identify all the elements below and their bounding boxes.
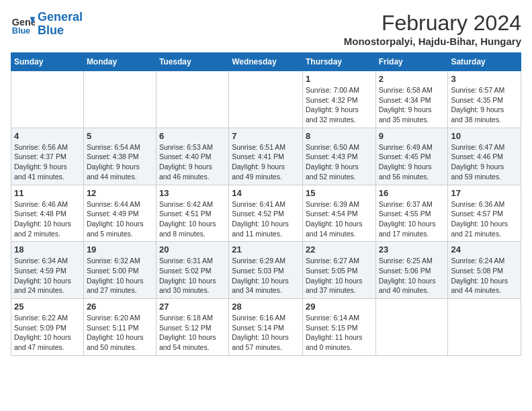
main-title: February 2024 (344, 11, 521, 36)
day-number: 7 (232, 131, 300, 141)
week-row-0: 1Sunrise: 7:00 AMSunset: 4:32 PMDaylight… (11, 71, 521, 128)
calendar-table: SundayMondayTuesdayWednesdayThursdayFrid… (11, 52, 521, 356)
day-info: Sunrise: 6:58 AMSunset: 4:34 PMDaylight:… (379, 85, 445, 125)
day-info: Sunrise: 6:27 AMSunset: 5:05 PMDaylight:… (306, 256, 373, 295)
day-number: 10 (451, 131, 518, 141)
day-info: Sunrise: 6:37 AMSunset: 4:55 PMDaylight:… (379, 199, 445, 239)
calendar-cell: 6Sunrise: 6:53 AMSunset: 4:40 PMDaylight… (156, 128, 228, 185)
day-info: Sunrise: 6:31 AMSunset: 5:02 PMDaylight:… (159, 256, 226, 295)
day-info: Sunrise: 6:53 AMSunset: 4:40 PMDaylight:… (159, 142, 226, 182)
day-number: 19 (87, 244, 153, 255)
day-info: Sunrise: 6:51 AMSunset: 4:41 PMDaylight:… (232, 142, 300, 182)
day-info: Sunrise: 6:39 AMSunset: 4:54 PMDaylight:… (306, 199, 373, 239)
calendar-cell: 21Sunrise: 6:29 AMSunset: 5:03 PMDayligh… (229, 242, 303, 299)
calendar-cell (11, 71, 84, 128)
calendar-cell: 5Sunrise: 6:54 AMSunset: 4:38 PMDaylight… (83, 128, 156, 185)
day-number: 9 (379, 131, 445, 141)
day-number: 11 (14, 188, 81, 198)
day-number: 20 (159, 244, 226, 255)
calendar-cell: 7Sunrise: 6:51 AMSunset: 4:41 PMDaylight… (229, 128, 303, 185)
calendar-cell: 14Sunrise: 6:41 AMSunset: 4:52 PMDayligh… (229, 185, 303, 242)
day-number: 15 (306, 188, 373, 198)
weekday-tuesday: Tuesday (156, 53, 228, 71)
calendar-cell: 11Sunrise: 6:46 AMSunset: 4:48 PMDayligh… (11, 185, 84, 242)
day-number: 21 (232, 244, 300, 255)
calendar-cell: 8Sunrise: 6:50 AMSunset: 4:43 PMDaylight… (302, 128, 375, 185)
calendar-cell (229, 71, 303, 128)
week-row-1: 4Sunrise: 6:56 AMSunset: 4:37 PMDaylight… (11, 128, 521, 185)
day-number: 4 (14, 131, 81, 141)
calendar-cell: 15Sunrise: 6:39 AMSunset: 4:54 PMDayligh… (302, 185, 375, 242)
calendar-cell: 12Sunrise: 6:44 AMSunset: 4:49 PMDayligh… (83, 185, 156, 242)
calendar-cell: 28Sunrise: 6:16 AMSunset: 5:14 PMDayligh… (229, 299, 303, 356)
calendar-cell (83, 71, 156, 128)
day-number: 29 (306, 302, 373, 312)
day-number: 28 (232, 302, 300, 312)
logo-icon: General Blue (11, 12, 35, 36)
calendar-cell: 17Sunrise: 6:36 AMSunset: 4:57 PMDayligh… (448, 185, 521, 242)
day-number: 24 (451, 244, 518, 255)
day-info: Sunrise: 6:44 AMSunset: 4:49 PMDaylight:… (87, 199, 153, 239)
day-info: Sunrise: 6:50 AMSunset: 4:43 PMDaylight:… (306, 142, 373, 182)
day-number: 3 (451, 74, 518, 84)
weekday-monday: Monday (83, 53, 156, 71)
day-number: 6 (159, 131, 226, 141)
day-info: Sunrise: 6:49 AMSunset: 4:45 PMDaylight:… (379, 142, 445, 182)
calendar-cell (375, 299, 448, 356)
day-info: Sunrise: 6:14 AMSunset: 5:15 PMDaylight:… (306, 313, 373, 353)
logo-text: GeneralBlue (38, 11, 83, 38)
weekday-header: SundayMondayTuesdayWednesdayThursdayFrid… (11, 53, 521, 71)
day-number: 14 (232, 188, 300, 198)
day-number: 22 (306, 244, 373, 255)
weekday-saturday: Saturday (448, 53, 521, 71)
day-number: 17 (451, 188, 518, 198)
day-number: 26 (87, 302, 153, 312)
calendar-cell: 24Sunrise: 6:24 AMSunset: 5:08 PMDayligh… (448, 242, 521, 299)
day-info: Sunrise: 6:32 AMSunset: 5:00 PMDaylight:… (87, 256, 153, 295)
day-number: 8 (306, 131, 373, 141)
header: General Blue GeneralBlue February 2024 M… (11, 11, 521, 47)
weekday-thursday: Thursday (302, 53, 375, 71)
day-number: 16 (379, 188, 445, 198)
calendar-cell: 25Sunrise: 6:22 AMSunset: 5:09 PMDayligh… (11, 299, 84, 356)
logo: General Blue GeneralBlue (11, 11, 83, 38)
svg-text:Blue: Blue (12, 26, 30, 36)
day-number: 23 (379, 244, 445, 255)
weekday-friday: Friday (375, 53, 448, 71)
day-info: Sunrise: 6:34 AMSunset: 4:59 PMDaylight:… (14, 256, 81, 295)
day-info: Sunrise: 6:20 AMSunset: 5:11 PMDaylight:… (87, 313, 153, 353)
day-info: Sunrise: 6:24 AMSunset: 5:08 PMDaylight:… (451, 256, 518, 295)
calendar-cell: 2Sunrise: 6:58 AMSunset: 4:34 PMDaylight… (375, 71, 448, 128)
calendar-cell: 1Sunrise: 7:00 AMSunset: 4:32 PMDaylight… (302, 71, 375, 128)
calendar-cell: 16Sunrise: 6:37 AMSunset: 4:55 PMDayligh… (375, 185, 448, 242)
calendar-body: 1Sunrise: 7:00 AMSunset: 4:32 PMDaylight… (11, 71, 521, 356)
day-info: Sunrise: 6:42 AMSunset: 4:51 PMDaylight:… (159, 199, 226, 239)
day-number: 27 (159, 302, 226, 312)
day-number: 12 (87, 188, 153, 198)
title-area: February 2024 Monostorpalyi, Hajdu-Bihar… (344, 11, 521, 47)
day-number: 18 (14, 244, 81, 255)
calendar-cell: 4Sunrise: 6:56 AMSunset: 4:37 PMDaylight… (11, 128, 84, 185)
calendar-cell: 26Sunrise: 6:20 AMSunset: 5:11 PMDayligh… (83, 299, 156, 356)
calendar-cell: 3Sunrise: 6:57 AMSunset: 4:35 PMDaylight… (448, 71, 521, 128)
day-info: Sunrise: 6:36 AMSunset: 4:57 PMDaylight:… (451, 199, 518, 239)
calendar-cell: 20Sunrise: 6:31 AMSunset: 5:02 PMDayligh… (156, 242, 228, 299)
day-info: Sunrise: 6:16 AMSunset: 5:14 PMDaylight:… (232, 313, 300, 353)
week-row-2: 11Sunrise: 6:46 AMSunset: 4:48 PMDayligh… (11, 185, 521, 242)
day-number: 25 (14, 302, 81, 312)
subtitle: Monostorpalyi, Hajdu-Bihar, Hungary (344, 36, 521, 47)
day-info: Sunrise: 6:41 AMSunset: 4:52 PMDaylight:… (232, 199, 300, 239)
calendar-cell: 27Sunrise: 6:18 AMSunset: 5:12 PMDayligh… (156, 299, 228, 356)
day-info: Sunrise: 6:57 AMSunset: 4:35 PMDaylight:… (451, 85, 518, 125)
day-info: Sunrise: 6:46 AMSunset: 4:48 PMDaylight:… (14, 199, 81, 239)
day-number: 5 (87, 131, 153, 141)
day-info: Sunrise: 6:25 AMSunset: 5:06 PMDaylight:… (379, 256, 445, 295)
weekday-wednesday: Wednesday (229, 53, 303, 71)
calendar-cell: 18Sunrise: 6:34 AMSunset: 4:59 PMDayligh… (11, 242, 84, 299)
day-number: 1 (306, 74, 373, 84)
day-info: Sunrise: 6:56 AMSunset: 4:37 PMDaylight:… (14, 142, 81, 182)
week-row-4: 25Sunrise: 6:22 AMSunset: 5:09 PMDayligh… (11, 299, 521, 356)
day-info: Sunrise: 6:22 AMSunset: 5:09 PMDaylight:… (14, 313, 81, 353)
calendar-cell: 19Sunrise: 6:32 AMSunset: 5:00 PMDayligh… (83, 242, 156, 299)
day-info: Sunrise: 6:47 AMSunset: 4:46 PMDaylight:… (451, 142, 518, 182)
